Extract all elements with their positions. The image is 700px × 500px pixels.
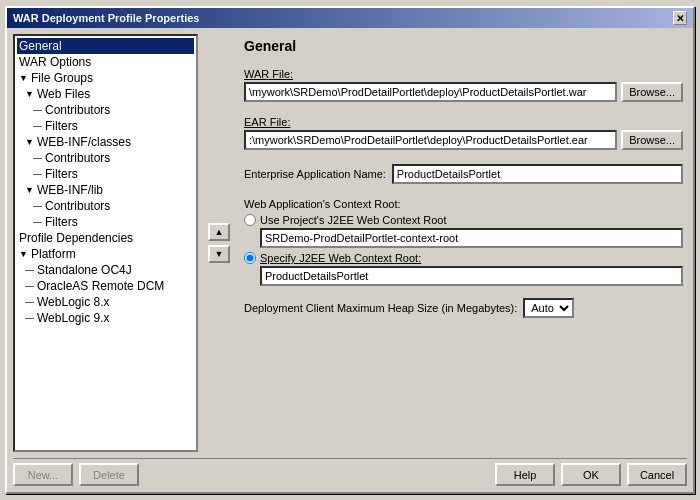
enterprise-app-label: Enterprise Application Name: [244,168,386,180]
tree-label: Filters [45,167,78,181]
radio-specify-context[interactable] [244,252,256,264]
dash-icon: — [33,169,43,179]
tree-item-web-inf-lib[interactable]: ▼ WEB-INF/lib [17,182,194,198]
web-context-root-label: Web Application's Context Root: [244,198,683,210]
heap-select[interactable]: Auto 128 256 512 [523,298,574,318]
tree-label: Filters [45,119,78,133]
expand-icon: ▼ [19,73,29,83]
window-title: WAR Deployment Profile Properties [13,12,199,24]
tree-label: File Groups [31,71,93,85]
war-file-input[interactable] [244,82,617,102]
cancel-button[interactable]: Cancel [627,463,687,486]
enterprise-app-row: Enterprise Application Name: [244,164,683,184]
tree-label: Contributors [45,103,110,117]
dash-icon: — [33,121,43,131]
new-button[interactable]: New... [13,463,73,486]
tree-item-oracleas[interactable]: — OracleAS Remote DCM [17,278,194,294]
tree-item-war-options[interactable]: WAR Options [17,54,194,70]
bottom-left-buttons: New... Delete [13,463,139,486]
move-down-button[interactable]: ▼ [208,245,230,263]
dash-icon: — [25,297,35,307]
tree-label: Platform [31,247,76,261]
enterprise-app-input[interactable] [392,164,683,184]
tree-label: Standalone OC4J [37,263,132,277]
tree-item-web-files[interactable]: ▼ Web Files [17,86,194,102]
war-file-input-row: Browse... [244,82,683,102]
radio-project-context[interactable] [244,214,256,226]
tree-label: Contributors [45,151,110,165]
tree-label: WebLogic 8.x [37,295,110,309]
main-window: WAR Deployment Profile Properties ✕ Gene… [5,6,695,494]
tree-item-contributors-3[interactable]: — Contributors [17,198,194,214]
tree-label: Web Files [37,87,90,101]
dash-icon: — [25,281,35,291]
tree-label: Profile Dependencies [19,231,133,245]
ok-button[interactable]: OK [561,463,621,486]
help-button[interactable]: Help [495,463,555,486]
tree-label: OracleAS Remote DCM [37,279,164,293]
tree-item-file-groups[interactable]: ▼ File Groups [17,70,194,86]
radio-row-1: Use Project's J2EE Web Context Root [244,214,683,226]
ear-browse-button[interactable]: Browse... [621,130,683,150]
expand-icon: ▼ [25,185,35,195]
radio-row-2: Specify J2EE Web Context Root: [244,252,683,264]
context-root-value1-row [260,228,683,248]
tree-label: Contributors [45,199,110,213]
tree-item-standalone-oc4j[interactable]: — Standalone OC4J [17,262,194,278]
delete-button[interactable]: Delete [79,463,139,486]
tree-item-general[interactable]: General [17,38,194,54]
tree-label: WAR Options [19,55,91,69]
tree-label: WEB-INF/lib [37,183,103,197]
bottom-bar: New... Delete Help OK Cancel [13,458,687,486]
context-root-group: Web Application's Context Root: Use Proj… [244,198,683,286]
tree-item-web-inf-classes[interactable]: ▼ WEB-INF/classes [17,134,194,150]
tree-label: General [19,39,62,53]
expand-icon: ▼ [19,249,29,259]
war-browse-button[interactable]: Browse... [621,82,683,102]
middle-buttons: ▲ ▼ [204,34,234,452]
tree-item-contributors-1[interactable]: — Contributors [17,102,194,118]
dash-icon: — [25,265,35,275]
ear-file-input[interactable] [244,130,617,150]
war-file-label: WAR File: [244,68,683,80]
close-button[interactable]: ✕ [673,11,687,25]
heap-label: Deployment Client Maximum Heap Size (in … [244,302,517,314]
expand-icon: ▼ [25,137,35,147]
section-title: General [244,38,683,54]
ear-file-input-row: Browse... [244,130,683,150]
tree-label: WEB-INF/classes [37,135,131,149]
ear-file-field: EAR File: Browse... [244,116,683,150]
war-file-field: WAR File: Browse... [244,68,683,102]
dash-icon: — [25,313,35,323]
title-bar: WAR Deployment Profile Properties ✕ [7,8,693,28]
tree-item-contributors-2[interactable]: — Contributors [17,150,194,166]
dash-icon: — [33,217,43,227]
dash-icon: — [33,153,43,163]
expand-icon: ▼ [25,89,35,99]
dash-icon: — [33,201,43,211]
tree-label: WebLogic 9.x [37,311,110,325]
tree-item-profile-deps[interactable]: Profile Dependencies [17,230,194,246]
radio1-label: Use Project's J2EE Web Context Root [260,214,447,226]
dash-icon: — [33,105,43,115]
tree-item-filters-2[interactable]: — Filters [17,166,194,182]
heap-row: Deployment Client Maximum Heap Size (in … [244,298,683,318]
ear-file-label: EAR File: [244,116,683,128]
tree-item-platform[interactable]: ▼ Platform [17,246,194,262]
tree-label: Filters [45,215,78,229]
right-panel: General WAR File: Browse... EAR File: Br… [240,34,687,452]
tree-item-weblogic-8x[interactable]: — WebLogic 8.x [17,294,194,310]
bottom-right-buttons: Help OK Cancel [495,463,687,486]
window-body: General WAR Options ▼ File Groups ▼ Web … [7,28,693,492]
tree-item-filters-1[interactable]: — Filters [17,118,194,134]
tree-item-weblogic-9x[interactable]: — WebLogic 9.x [17,310,194,326]
main-content: General WAR Options ▼ File Groups ▼ Web … [13,34,687,452]
tree-item-filters-3[interactable]: — Filters [17,214,194,230]
radio2-label: Specify J2EE Web Context Root: [260,252,421,264]
tree-panel: General WAR Options ▼ File Groups ▼ Web … [13,34,198,452]
context-root-value1-input[interactable] [260,228,683,248]
move-up-button[interactable]: ▲ [208,223,230,241]
context-root-value2-input[interactable] [260,266,683,286]
context-root-value2-row [260,266,683,286]
